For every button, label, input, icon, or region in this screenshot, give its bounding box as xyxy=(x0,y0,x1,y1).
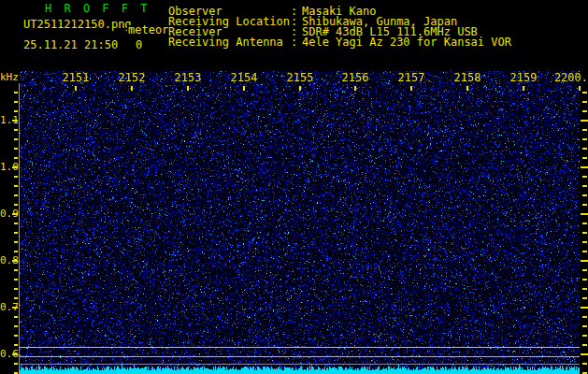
time-tick xyxy=(466,86,468,91)
y-axis-unit-label: kHz xyxy=(0,72,19,82)
freq-minor-tick-left xyxy=(14,297,18,299)
time-tick-label: 2158 xyxy=(454,73,481,83)
freq-minor-tick-right xyxy=(582,363,587,365)
freq-minor-tick-left xyxy=(14,241,18,243)
freq-minor-tick-left xyxy=(14,223,18,224)
freq-major-tick-left xyxy=(12,166,18,168)
spectrogram-canvas xyxy=(20,71,580,374)
freq-minor-tick-left xyxy=(14,101,18,103)
datetime-text: 25.11.21 21:50 xyxy=(23,40,118,50)
freq-minor-tick-right xyxy=(582,223,587,224)
freq-minor-tick-left xyxy=(14,185,18,187)
station-id-text: meteor xyxy=(127,25,168,36)
time-tick-label: 2155 xyxy=(287,73,314,83)
freq-major-tick-left xyxy=(12,260,18,262)
freq-major-tick-right xyxy=(581,213,588,215)
freq-minor-tick-right xyxy=(582,157,587,159)
time-tick xyxy=(410,86,412,91)
freq-minor-tick-right xyxy=(582,101,587,103)
freq-major-tick-right xyxy=(581,120,588,122)
freq-minor-tick-left xyxy=(14,138,18,140)
freq-minor-tick-right xyxy=(582,325,587,327)
freq-minor-tick-left xyxy=(14,363,18,365)
freq-minor-tick-right xyxy=(582,344,587,346)
time-tick-label: 2153 xyxy=(175,73,202,83)
freq-major-tick-right xyxy=(581,260,588,262)
freq-minor-tick-right xyxy=(582,129,587,131)
metadata-label: Receiving Antenna xyxy=(168,37,283,48)
time-tick xyxy=(243,86,245,91)
freq-major-tick-left xyxy=(12,353,18,355)
freq-major-tick-right xyxy=(581,307,588,309)
freq-minor-tick-right xyxy=(582,288,587,290)
freq-major-tick-left xyxy=(12,213,18,215)
freq-minor-tick-left xyxy=(14,148,18,150)
time-tick-label: 2151 xyxy=(63,73,90,83)
freq-major-tick-left xyxy=(12,120,18,122)
freq-minor-tick-right xyxy=(582,241,587,243)
freq-minor-tick-right xyxy=(582,185,587,187)
app-title: H R O F F T xyxy=(45,3,150,14)
y-axis-line xyxy=(19,83,20,374)
freq-minor-tick-left xyxy=(14,157,18,159)
metadata-value: 4ele Yagi Az 230 for Kansai VOR xyxy=(302,37,511,48)
freq-minor-tick-left xyxy=(14,269,18,271)
freq-minor-tick-right xyxy=(582,297,587,299)
freq-minor-tick-right xyxy=(582,148,587,150)
freq-minor-tick-left xyxy=(14,194,18,196)
time-tick xyxy=(187,86,189,91)
freq-minor-tick-right xyxy=(582,138,587,140)
time-tick xyxy=(75,86,77,91)
freq-minor-tick-left xyxy=(14,335,18,337)
freq-minor-tick-left xyxy=(14,344,18,346)
freq-minor-tick-left xyxy=(14,232,18,234)
freq-minor-tick-right xyxy=(582,269,587,271)
time-tick xyxy=(299,86,301,91)
time-tick xyxy=(354,86,356,91)
freq-minor-tick-right xyxy=(582,194,587,196)
time-tick-label: 2152 xyxy=(119,73,146,83)
metadata-separator: : xyxy=(291,37,297,48)
freq-minor-tick-right xyxy=(582,176,587,178)
time-tick xyxy=(131,86,133,91)
time-tick-label: 2154 xyxy=(231,73,258,83)
hrofft-window: H R O F F T UT2511212150.png meteor 25.1… xyxy=(0,0,588,374)
freq-minor-tick-left xyxy=(14,316,18,318)
freq-minor-tick-right xyxy=(582,110,587,112)
freq-major-tick-right xyxy=(581,353,588,355)
echo-count-text: 0 xyxy=(136,40,142,50)
time-tick-label: 2156 xyxy=(342,73,369,83)
reference-line xyxy=(20,347,580,348)
reference-line xyxy=(20,356,580,357)
reference-line xyxy=(20,364,580,365)
time-tick-label: 2157 xyxy=(398,73,425,83)
freq-minor-tick-right xyxy=(582,279,587,280)
freq-minor-tick-left xyxy=(14,176,18,178)
freq-minor-tick-left xyxy=(14,279,18,280)
freq-minor-tick-left xyxy=(14,129,18,131)
freq-minor-tick-left xyxy=(14,325,18,327)
freq-minor-tick-left xyxy=(14,92,18,94)
time-tick xyxy=(579,86,581,91)
freq-major-tick-left xyxy=(12,307,18,309)
freq-minor-tick-right xyxy=(582,204,587,206)
filename-text: UT2511212150.png xyxy=(23,20,132,30)
freq-minor-tick-left xyxy=(14,110,18,112)
freq-minor-tick-right xyxy=(582,92,587,94)
freq-minor-tick-right xyxy=(582,232,587,234)
freq-minor-tick-right xyxy=(582,251,587,252)
freq-minor-tick-right xyxy=(582,335,587,337)
freq-minor-tick-right xyxy=(582,316,587,318)
freq-minor-tick-left xyxy=(14,288,18,290)
time-tick xyxy=(523,86,524,91)
freq-minor-tick-left xyxy=(14,251,18,252)
time-tick-label: 2200. xyxy=(554,73,588,83)
freq-minor-tick-left xyxy=(14,204,18,206)
freq-major-tick-right xyxy=(581,166,588,168)
time-tick-label: 2159 xyxy=(510,73,538,83)
